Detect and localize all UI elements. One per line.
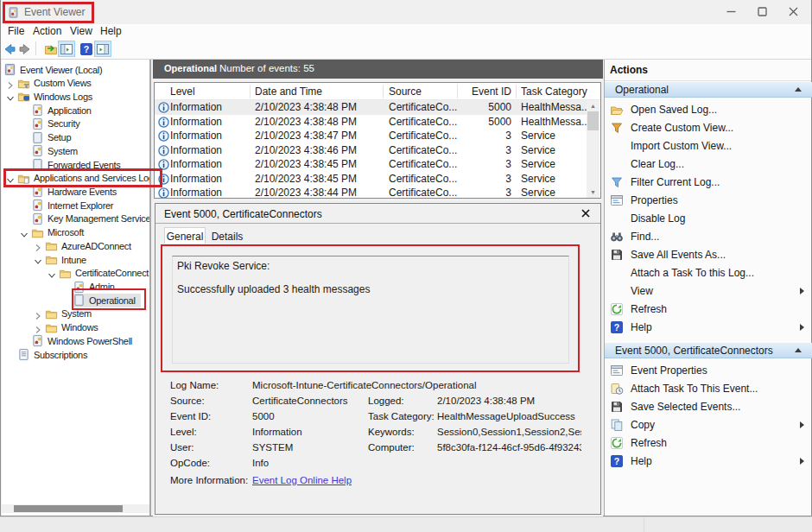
action-attach-a-task-to-this-log[interactable]: Attach a Task To this Log... (605, 264, 811, 282)
tree-item-custom-views[interactable]: Custom Views (2, 77, 151, 91)
field-label: Logged: (368, 396, 404, 406)
action-properties[interactable]: Properties (605, 192, 811, 210)
tree-item-subscriptions[interactable]: Subscriptions (2, 348, 151, 362)
tree-item-azureadconnect[interactable]: AzureADConnect (2, 239, 151, 253)
menu-view[interactable]: View (70, 25, 92, 37)
column-header-task-category[interactable]: Task Category (521, 86, 587, 98)
source-cell: CertificateCo... (389, 116, 457, 128)
action-item-label: Save Selected Events... (631, 401, 740, 413)
event-list-vertical-scrollbar[interactable]: ▲ ▼ (587, 100, 599, 198)
datetime-cell: 2/10/2023 4:38:46 PM (255, 144, 357, 156)
action-create-custom-view[interactable]: Create Custom View... (605, 119, 811, 137)
export-icon[interactable] (42, 41, 60, 57)
tree-item-event-viewer-local-[interactable]: Event Viewer (Local) (2, 63, 151, 77)
tree-item-windows-powershell[interactable]: Windows PowerShell (2, 334, 151, 348)
page-icon (31, 131, 44, 144)
actions-section-header[interactable]: Operational (605, 82, 812, 98)
tree-item-windows[interactable]: Windows (2, 321, 151, 335)
column-header-date-and-time[interactable]: Date and Time (255, 86, 322, 98)
column-divider[interactable] (383, 85, 384, 98)
chevron-collapsed-icon[interactable] (5, 79, 16, 89)
action-save-all-events-as[interactable]: Save All Events As... (605, 246, 811, 264)
action-item-label: Refresh (631, 437, 667, 449)
menu-help[interactable]: Help (100, 25, 122, 37)
action-copy[interactable]: Copy (605, 416, 811, 434)
help-icon[interactable]: ? (78, 41, 95, 57)
chevron-collapsed-icon[interactable] (33, 309, 43, 320)
event-row[interactable]: Information2/10/2023 4:38:45 PMCertifica… (155, 157, 587, 172)
minimize-button[interactable] (716, 0, 745, 23)
scroll-down-icon[interactable]: ▼ (587, 187, 599, 198)
action-refresh[interactable]: Refresh (605, 434, 811, 453)
tree-item-microsoft[interactable]: Microsoft (2, 226, 151, 240)
source-cell: CertificateCo... (389, 158, 457, 170)
show-action-pane-icon[interactable] (94, 41, 111, 57)
event-row[interactable]: Information2/10/2023 4:38:48 PMCertifica… (155, 115, 587, 130)
collapse-section-icon[interactable] (795, 348, 802, 352)
action-find[interactable]: Find... (605, 228, 811, 246)
column-divider[interactable] (457, 85, 458, 98)
tree-item-certificateconnect[interactable]: CertificateConnect (2, 267, 151, 281)
action-clear-log[interactable]: Clear Log... (605, 155, 811, 174)
tab-general[interactable]: General (164, 227, 206, 244)
action-attach-task-to-this-event[interactable]: Attach Task To This Event... (605, 380, 811, 398)
tree-item-windows-logs[interactable]: Windows Logs (2, 90, 151, 104)
action-event-properties[interactable]: Event Properties (605, 362, 811, 380)
column-divider[interactable] (516, 85, 517, 98)
event-row[interactable]: Information2/10/2023 4:38:47 PMCertifica… (155, 129, 587, 143)
forward-icon[interactable] (16, 41, 34, 57)
event-detail-close-icon[interactable] (581, 207, 590, 220)
chevron-expanded-icon[interactable] (47, 269, 57, 279)
folder-icon (31, 226, 44, 239)
action-save-selected-events[interactable]: Save Selected Events... (605, 398, 811, 416)
event-list-scrollbar-thumb[interactable] (587, 111, 599, 130)
collapse-section-icon[interactable] (795, 87, 802, 92)
chevron-expanded-icon[interactable] (19, 228, 29, 238)
field-label: OpCode: (170, 458, 210, 468)
chevron-collapsed-icon[interactable] (33, 241, 43, 251)
action-filter-current-log[interactable]: Filter Current Log... (605, 174, 811, 192)
tree-item-key-management-service[interactable]: Key Management Service (2, 212, 151, 226)
event-row[interactable]: Information2/10/2023 4:38:46 PMCertifica… (155, 143, 587, 158)
tree-item-internet-explorer[interactable]: Internet Explorer (2, 199, 151, 212)
event-row[interactable]: Information2/10/2023 4:38:48 PMCertifica… (155, 100, 587, 115)
actions-section-header[interactable]: Event 5000, CertificateConnectors (605, 343, 812, 358)
binoculars-icon (610, 230, 624, 244)
column-header-level[interactable]: Level (170, 86, 195, 98)
event-log-online-help-link[interactable]: Event Log Online Help (252, 475, 352, 485)
tab-details[interactable]: Details (209, 231, 245, 244)
elog-icon (31, 117, 44, 130)
column-header-source[interactable]: Source (389, 86, 422, 98)
tree-item-application[interactable]: Application (2, 104, 151, 117)
tree-item-setup[interactable]: Setup (2, 131, 151, 145)
action-help[interactable]: ?Help (605, 319, 811, 337)
back-icon[interactable] (1, 41, 18, 57)
tree-item-intune[interactable]: Intune (2, 253, 151, 267)
action-help[interactable]: ?Help (605, 453, 811, 471)
tree-horizontal-scrollbar[interactable] (2, 504, 149, 513)
scroll-up-icon[interactable]: ▲ (587, 100, 599, 111)
column-divider[interactable] (250, 85, 251, 98)
chevron-expanded-icon[interactable] (5, 92, 16, 102)
menu-file[interactable]: File (8, 25, 24, 37)
annotation-box-title (3, 2, 94, 23)
show-console-tree-icon[interactable] (58, 41, 75, 57)
elog-icon (31, 104, 44, 117)
event-row[interactable]: Information2/10/2023 4:38:45 PMCertifica… (155, 172, 587, 187)
chevron-collapsed-icon[interactable] (33, 323, 43, 333)
maximize-button[interactable] (747, 0, 777, 23)
menu-action[interactable]: Action (33, 25, 61, 37)
action-import-custom-view[interactable]: Import Custom View... (605, 137, 811, 155)
tree-item-security[interactable]: Security (2, 117, 151, 131)
action-view[interactable]: View (605, 282, 811, 301)
event-row[interactable]: Information2/10/2023 4:38:44 PMCertifica… (155, 186, 587, 199)
column-header-event-id[interactable]: Event ID (457, 86, 511, 98)
chevron-expanded-icon[interactable] (33, 255, 43, 265)
action-open-saved-log[interactable]: Open Saved Log... (605, 101, 811, 119)
action-refresh[interactable]: Refresh (605, 301, 811, 319)
event-detail-title: Event 5000, CertificateConnectors (164, 208, 322, 220)
tree-item-system[interactable]: System (2, 144, 151, 158)
close-button[interactable] (778, 0, 808, 23)
tree-scrollbar-thumb[interactable] (14, 505, 123, 512)
action-disable-log[interactable]: Disable Log (605, 210, 811, 228)
